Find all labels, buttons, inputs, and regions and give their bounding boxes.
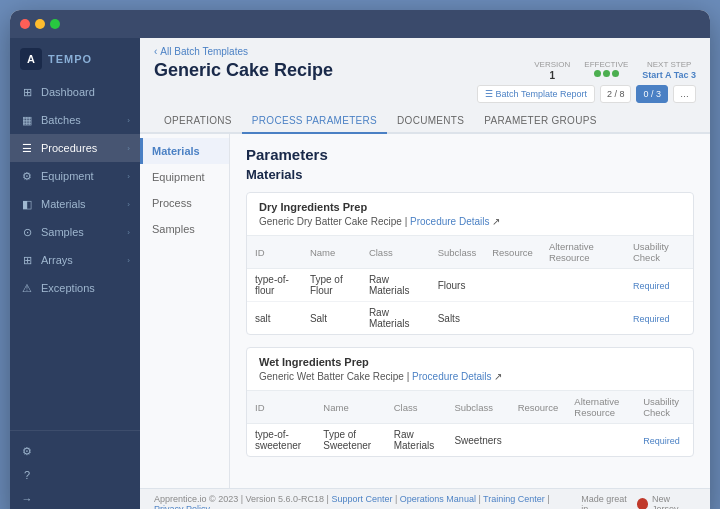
footer-right: Made great in New Jersey <box>581 494 696 509</box>
cell-id: type-of-sweetener <box>247 424 315 457</box>
version-value: 1 <box>550 70 556 81</box>
app-body: A TEMPO ⊞ Dashboard ▦ Batches › ☰ Proced… <box>10 38 710 509</box>
logout-icon: → <box>20 492 34 506</box>
breadcrumb-parent[interactable]: All Batch Templates <box>160 46 248 57</box>
samples-icon: ⊙ <box>20 225 34 239</box>
close-button[interactable] <box>20 19 30 29</box>
equipment-icon: ⚙ <box>20 169 34 183</box>
cell-name: Type of Sweetener <box>315 424 385 457</box>
tab-parameter-groups[interactable]: PARAMETER GROUPS <box>474 109 606 134</box>
sidebar-item-logout[interactable]: → <box>10 487 140 509</box>
cell-usability: Required <box>635 424 693 457</box>
count-1-label: 2 / 8 <box>607 89 625 99</box>
col-resource: Resource <box>484 236 541 269</box>
count-button-1[interactable]: 2 / 8 <box>600 85 632 103</box>
support-center-link[interactable]: Support Center <box>331 494 392 504</box>
chevron-right-icon-procedures: › <box>127 144 130 153</box>
tab-documents[interactable]: DOCUMENTS <box>387 109 474 134</box>
template-report-icon: ☰ <box>485 89 493 99</box>
chevron-right-icon-materials: › <box>127 200 130 209</box>
version-row: Version 1 Effective <box>534 60 696 81</box>
copyright-text: Apprentice.io © 2023 | Version 5.6.0-RC1… <box>154 494 329 504</box>
chevron-right-icon: › <box>127 116 130 125</box>
leftnav-samples[interactable]: Samples <box>140 216 229 242</box>
col-usability: Usability Check <box>625 236 693 269</box>
sidebar-item-materials[interactable]: ◧ Materials › <box>10 190 140 218</box>
cell-alt-resource <box>541 302 625 335</box>
status-dots <box>594 70 619 77</box>
leftnav-equipment[interactable]: Equipment <box>140 164 229 190</box>
nj-icon <box>637 498 648 509</box>
col-usability: Usability Check <box>635 391 693 424</box>
tab-operations[interactable]: OPERATIONS <box>154 109 242 134</box>
cell-id: type-of-flour <box>247 269 302 302</box>
sidebar-item-samples[interactable]: ⊙ Samples › <box>10 218 140 246</box>
chevron-right-icon-equipment: › <box>127 172 130 181</box>
sidebar-item-help[interactable]: ? <box>10 463 140 487</box>
cell-resource <box>510 424 567 457</box>
leftnav-materials[interactable]: Materials <box>140 138 229 164</box>
batch-template-report-button[interactable]: ☰ Batch Template Report <box>477 85 595 103</box>
sidebar-item-batches[interactable]: ▦ Batches › <box>10 106 140 134</box>
action-row: ☰ Batch Template Report 2 / 8 0 / 3 … <box>477 85 696 103</box>
col-subclass: Subclass <box>446 391 509 424</box>
dashboard-icon: ⊞ <box>20 85 34 99</box>
more-options-button[interactable]: … <box>673 85 696 103</box>
col-name: Name <box>315 391 385 424</box>
table-row: type-of-flour Type of Flour Raw Material… <box>247 269 693 302</box>
table-row: salt Salt Raw Materials Salts Required <box>247 302 693 335</box>
page-title-row: Generic Cake Recipe Version 1 Effective <box>154 60 696 103</box>
sep3: | <box>547 494 549 504</box>
wet-procedure-link[interactable]: Procedure Details <box>412 371 491 382</box>
cell-alt-resource <box>566 424 635 457</box>
cell-usability: Required <box>625 302 693 335</box>
leftnav-process[interactable]: Process <box>140 190 229 216</box>
dry-ingredients-sub: Generic Dry Batter Cake Recipe | Procedu… <box>259 216 681 227</box>
dot-3 <box>612 70 619 77</box>
section-title: Parameters <box>246 146 694 163</box>
sidebar-item-arrays[interactable]: ⊞ Arrays › <box>10 246 140 274</box>
template-report-label: Batch Template Report <box>496 89 587 99</box>
procedures-icon: ☰ <box>20 141 34 155</box>
sidebar-label-samples: Samples <box>41 226 84 238</box>
dot-1 <box>594 70 601 77</box>
sidebar-item-exceptions[interactable]: ⚠ Exceptions <box>10 274 140 302</box>
dry-recipe-name: Generic Dry Batter Cake Recipe <box>259 216 402 227</box>
made-in-text: Made great in <box>581 494 633 509</box>
cell-usability: Required <box>625 269 693 302</box>
table-header-row: ID Name Class Subclass Resource Alternat… <box>247 391 693 424</box>
batches-icon: ▦ <box>20 113 34 127</box>
count-2-label: 0 / 3 <box>643 89 661 99</box>
cell-subclass: Flours <box>430 269 485 302</box>
required-badge: Required <box>643 436 680 446</box>
arrays-icon: ⊞ <box>20 253 34 267</box>
page-title: Generic Cake Recipe <box>154 60 333 81</box>
cell-id: salt <box>247 302 302 335</box>
sidebar-item-settings[interactable]: ⚙ <box>10 439 140 463</box>
maximize-button[interactable] <box>50 19 60 29</box>
wet-ingredients-title: Wet Ingredients Prep <box>259 356 681 368</box>
sidebar-item-equipment[interactable]: ⚙ Equipment › <box>10 162 140 190</box>
dry-procedure-link[interactable]: Procedure Details <box>410 216 489 227</box>
required-badge: Required <box>633 281 670 291</box>
table-header-row: ID Name Class Subclass Resource Alternat… <box>247 236 693 269</box>
external-link-icon: ↗ <box>492 216 500 227</box>
count-button-2[interactable]: 0 / 3 <box>636 85 668 103</box>
dry-ingredients-table: ID Name Class Subclass Resource Alternat… <box>247 236 693 334</box>
training-center-link[interactable]: Training Center <box>483 494 545 504</box>
sidebar-item-procedures[interactable]: ☰ Procedures › <box>10 134 140 162</box>
footer-left: Apprentice.io © 2023 | Version 5.6.0-RC1… <box>154 494 581 509</box>
effective-label: Effective <box>584 60 628 69</box>
sidebar-item-dashboard[interactable]: ⊞ Dashboard <box>10 78 140 106</box>
privacy-policy-link[interactable]: Privacy Policy <box>154 504 210 509</box>
minimize-button[interactable] <box>35 19 45 29</box>
col-subclass: Subclass <box>430 236 485 269</box>
cell-class: Raw Materials <box>361 269 430 302</box>
sidebar-label-equipment: Equipment <box>41 170 94 182</box>
required-badge: Required <box>633 314 670 324</box>
dry-ingredients-title: Dry Ingredients Prep <box>259 201 681 213</box>
operations-manual-link[interactable]: Operations Manual <box>400 494 476 504</box>
sidebar: A TEMPO ⊞ Dashboard ▦ Batches › ☰ Proced… <box>10 38 140 509</box>
tab-process-parameters[interactable]: PROCESS PARAMETERS <box>242 109 387 134</box>
footer: Apprentice.io © 2023 | Version 5.6.0-RC1… <box>140 488 710 509</box>
